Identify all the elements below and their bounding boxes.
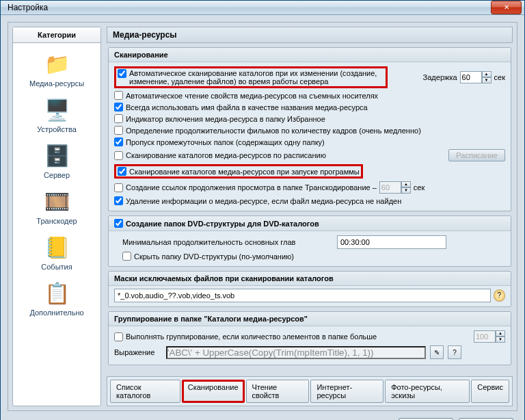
server-icon: 🗄️ [42, 142, 72, 169]
tab-service[interactable]: Сервис [471, 380, 509, 403]
expr-help-button[interactable]: ? [448, 345, 461, 359]
titlebar[interactable]: Настройка ✕ [1, 1, 524, 15]
transcoder-icon: 🎞️ [42, 187, 72, 215]
chk-grouping-enable[interactable] [114, 332, 123, 341]
chk-auto-scan[interactable] [118, 69, 126, 78]
content-title: Медиа-ресурсы [107, 27, 513, 43]
chk-resume-links[interactable] [114, 183, 123, 192]
tab-internet[interactable]: Интернет-ресурсы [310, 380, 383, 403]
expr-edit-button[interactable]: ✎ [430, 345, 444, 359]
client-area: Категории 📁 Медиа-ресурсы 🖥️ Устройства … [1, 15, 524, 420]
highlight-auto-scan: Автоматическое сканирование каталогов пр… [114, 66, 388, 88]
group-scanning: Сканирование Автоматическое сканирование… [108, 47, 511, 211]
chk-use-filename[interactable] [114, 103, 123, 111]
group-dvd: Создание папок DVD-структуры для DVD-кат… [108, 215, 511, 267]
delay-spinner[interactable]: ▲▼ [460, 71, 492, 83]
chk-fav-indicator[interactable] [114, 114, 123, 123]
additional-icon: 📋 [42, 279, 72, 306]
grouping-expression-input[interactable] [166, 346, 426, 359]
dvd-header: Создание папок DVD-структуры для DVD-кат… [126, 220, 319, 228]
group-scanning-header: Сканирование [109, 48, 511, 62]
chk-scan-startup[interactable] [118, 167, 126, 176]
main-area: Категории 📁 Медиа-ресурсы 🖥️ Устройства … [8, 22, 517, 411]
resume-spinner: ▲▼ [379, 181, 411, 194]
group-grouping: Группирование в папке "Каталоги медиа-ре… [108, 311, 511, 365]
sidebar: Категории 📁 Медиа-ресурсы 🖥️ Устройства … [12, 27, 101, 406]
tab-scanning[interactable]: Сканирование [182, 380, 245, 403]
lbl-auto-scan: Автоматическое сканирование каталогов пр… [129, 69, 384, 86]
highlight-scan-startup: Сканирование каталогов медиа-ресурсов пр… [114, 164, 363, 179]
delay-up[interactable]: ▲ [482, 71, 492, 77]
delay-unit: сек [494, 73, 505, 81]
chk-auto-read-removable[interactable] [114, 91, 123, 100]
tab-catalog-list[interactable]: Список каталогов [110, 380, 180, 403]
sidebar-item-devices[interactable]: 🖥️ Устройства [14, 93, 99, 139]
schedule-button[interactable]: Расписание [448, 149, 505, 161]
sidebar-tab-categories[interactable]: Категории [13, 27, 100, 43]
chk-delete-missing[interactable] [114, 196, 123, 205]
events-icon: 📒 [42, 233, 72, 261]
delay-input[interactable] [460, 71, 482, 83]
group-masks: Маски исключаемых файлов при сканировани… [108, 271, 511, 307]
close-button[interactable]: ✕ [491, 1, 522, 14]
sidebar-item-transcoder[interactable]: 🎞️ Транскодер [14, 185, 99, 231]
masks-input[interactable] [114, 289, 491, 302]
chk-dvd-structure[interactable] [114, 219, 123, 228]
masks-help-icon[interactable]: ? [494, 289, 505, 302]
chk-skip-intermediate[interactable] [114, 137, 123, 146]
sidebar-item-media[interactable]: 📁 Медиа-ресурсы [14, 47, 99, 93]
delay-label: Задержка [423, 73, 457, 81]
tab-read-props[interactable]: Чтение свойств [246, 380, 310, 403]
media-icon: 📁 [42, 50, 72, 77]
sidebar-items: 📁 Медиа-ресурсы 🖥️ Устройства 🗄️ Сервер … [13, 43, 100, 326]
chk-scan-schedule[interactable] [114, 151, 123, 160]
chk-hide-dvd-folder[interactable] [122, 252, 131, 261]
delay-down[interactable]: ▼ [482, 77, 492, 83]
sidebar-item-additional[interactable]: 📋 Дополнительно [14, 276, 99, 322]
sidebar-item-server[interactable]: 🗄️ Сервер [14, 139, 99, 185]
settings-window: Настройка ✕ Категории 📁 Медиа-ресурсы 🖥️… [0, 0, 525, 420]
sidebar-item-events[interactable]: 📒 События [14, 231, 99, 276]
devices-icon: 🖥️ [42, 96, 72, 123]
resume-input [379, 181, 401, 194]
chk-duration-frames[interactable] [114, 126, 123, 135]
window-title: Настройка [8, 3, 491, 12]
content: Медиа-ресурсы Сканирование Автоматическо… [107, 27, 513, 406]
dvd-min-duration-input[interactable] [337, 235, 446, 249]
scroll-panel[interactable]: Сканирование Автоматическое сканирование… [107, 46, 513, 371]
tab-photo[interactable]: Фото-ресурсы, эскизы [385, 380, 470, 403]
bottom-tabs: Список каталогов Сканирование Чтение сво… [107, 376, 513, 406]
footer: ОК Отмена [8, 411, 517, 420]
grouping-count-spinner: ▲▼ [474, 330, 505, 343]
